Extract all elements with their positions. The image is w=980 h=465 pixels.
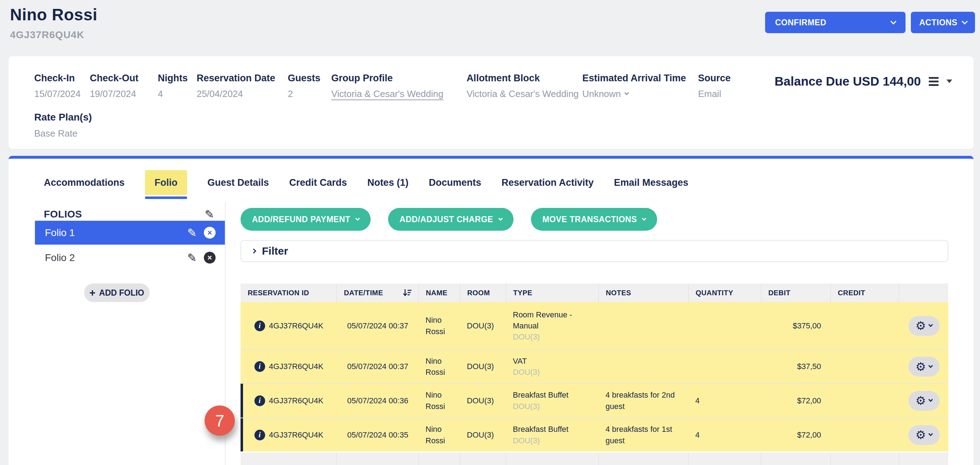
filter-expander[interactable]: Filter <box>240 240 948 262</box>
status-dropdown-button[interactable]: CONFIRMED <box>765 12 905 33</box>
field-label: Reservation Date <box>197 73 288 84</box>
cell-room: DOU(3) <box>460 418 506 451</box>
type-main: VAT <box>513 356 592 367</box>
delete-folio-icon[interactable]: × <box>204 227 216 238</box>
type-main: Breakfast Buffet <box>513 389 592 401</box>
field-label: Source <box>698 73 775 84</box>
tab-notes[interactable]: Notes (1) <box>368 177 409 188</box>
type-sub: DOU(3) <box>513 435 592 446</box>
cell-quantity: 4 <box>688 384 761 417</box>
edit-folios-icon[interactable]: ✎ <box>205 209 214 220</box>
field-label: Check-In <box>34 73 90 84</box>
field-label: Allotment Block <box>466 73 582 84</box>
notification-badge: 7 <box>205 406 235 436</box>
field-value: 15/07/2024 <box>34 88 90 99</box>
table-row[interactable]: i 4GJ37R6QU4K 05/07/2024 00:37 Nino Ross… <box>240 302 948 350</box>
field-check-in: Check-In 15/07/2024 <box>34 73 90 99</box>
group-profile-link[interactable]: Victoria & Cesar's Wedding <box>331 88 466 99</box>
field-value: Base Rate <box>34 128 92 139</box>
actions-dropdown-button[interactable]: ACTIONS <box>911 12 975 33</box>
balance-due-text: Balance Due USD 144,00 <box>775 74 921 88</box>
tab-accommodations[interactable]: Accommodations <box>44 177 125 188</box>
gear-icon: ⚙ <box>915 361 926 372</box>
estimated-arrival-dropdown[interactable]: Unknown <box>582 88 698 99</box>
balance-due-block: Balance Due USD 144,00 <box>775 74 952 88</box>
cell-datetime: 05/07/2024 00:37 <box>336 302 418 350</box>
folios-title: FOLIOS <box>44 209 82 220</box>
cell-notes: 4 breakfasts for 2nd guest <box>598 384 688 417</box>
field-source: Source Email <box>698 73 775 99</box>
info-icon[interactable]: i <box>255 430 265 440</box>
cell-name: Nino Rossi <box>418 302 460 350</box>
row-actions-button[interactable]: ⚙ <box>908 356 940 377</box>
page-title: Nino Rossi <box>10 5 97 24</box>
edit-folio-icon[interactable]: ✎ <box>187 227 197 238</box>
cell-quantity: 4 <box>688 418 761 451</box>
field-estimated-arrival-time: Estimated Arrival Time Unknown <box>582 73 698 99</box>
cell-reservation-id: 4GJ37R6QU4K <box>269 395 324 406</box>
field-allotment-block: Allotment Block Victoria & Cesar's Weddi… <box>466 73 582 99</box>
cell-notes <box>598 302 688 350</box>
actions-label: ACTIONS <box>920 18 958 27</box>
tab-folio[interactable]: Folio <box>145 170 187 195</box>
row-actions-button[interactable]: ⚙ <box>908 391 940 411</box>
sort-descending-icon[interactable] <box>402 288 413 298</box>
delete-folio-icon[interactable]: × <box>204 252 216 264</box>
table-row[interactable]: i 4GJ37R6QU4K 05/07/2024 00:35 Nino Ross… <box>240 417 948 451</box>
tab-documents[interactable]: Documents <box>429 177 481 188</box>
table-header-row: RESERVATION ID DATE/TIME NAME ROOM TYPE … <box>240 283 948 302</box>
add-adjust-charge-button[interactable]: ADD/ADJUST CHARGE <box>388 208 514 231</box>
status-label: CONFIRMED <box>775 18 826 27</box>
field-label: Estimated Arrival Time <box>582 73 698 84</box>
cell-name: Nino Rossi <box>418 384 460 417</box>
reservation-summary-card: Check-In 15/07/2024 Check-Out 19/07/2024… <box>8 56 974 149</box>
gear-icon: ⚙ <box>915 395 926 406</box>
type-main: Breakfast Buffet <box>513 423 592 435</box>
balance-menu-icon[interactable] <box>929 77 939 86</box>
chevron-down-icon <box>624 91 629 95</box>
table-row[interactable]: i 4GJ37R6QU4K 05/07/2024 00:37 Nino Ross… <box>240 350 948 383</box>
info-icon[interactable]: i <box>255 361 265 372</box>
field-value: 2 <box>288 88 331 99</box>
col-date-time[interactable]: DATE/TIME <box>336 283 418 302</box>
folio-name: Folio 2 <box>45 252 75 264</box>
chevron-down-icon <box>928 431 933 436</box>
gear-icon: ⚙ <box>915 320 926 332</box>
row-actions-button[interactable]: ⚙ <box>908 316 940 336</box>
chevron-down-icon <box>642 216 646 221</box>
edit-folio-icon[interactable]: ✎ <box>187 252 197 264</box>
col-credit: CREDIT <box>830 283 899 302</box>
transactions-toolbar: ADD/REFUND PAYMENT ADD/ADJUST CHARGE MOV… <box>240 208 948 231</box>
cell-datetime: 05/07/2024 00:36 <box>336 384 418 417</box>
cell-debit: $72,00 <box>761 384 830 417</box>
column-label: DATE/TIME <box>344 289 383 297</box>
info-icon[interactable]: i <box>255 395 265 406</box>
summary-fields-row: Check-In 15/07/2024 Check-Out 19/07/2024… <box>34 73 952 99</box>
chevron-down-icon <box>928 363 933 368</box>
add-refund-payment-button[interactable]: ADD/REFUND PAYMENT <box>240 208 371 231</box>
table-row[interactable]: i 4GJ37R6QU4K 05/07/2024 00:36 Nino Ross… <box>240 383 948 417</box>
tab-credit-cards[interactable]: Credit Cards <box>290 177 347 188</box>
add-folio-button[interactable]: + ADD FOLIO <box>84 283 150 302</box>
cell-type: Room Revenue - Manual DOU(3) <box>506 302 598 350</box>
folio-item-1[interactable]: Folio 1 ✎ × <box>35 221 225 244</box>
tab-folio-label: Folio <box>145 170 187 195</box>
page-header: Nino Rossi 4GJ37R6QU4K <box>10 5 97 41</box>
field-value: Email <box>698 88 775 99</box>
cell-credit <box>830 302 899 350</box>
move-transactions-button[interactable]: MOVE TRANSACTIONS <box>531 208 657 231</box>
field-value: Victoria & Cesar's Wedding <box>466 88 582 99</box>
field-nights: Nights 4 <box>158 73 197 99</box>
filter-label: Filter <box>262 245 288 257</box>
tab-guest-details[interactable]: Guest Details <box>207 177 269 188</box>
type-sub: DOU(3) <box>513 401 592 412</box>
col-debit: DEBIT <box>761 283 830 302</box>
row-actions-button[interactable]: ⚙ <box>908 425 940 445</box>
add-folio-label: ADD FOLIO <box>99 288 144 298</box>
tab-email-messages[interactable]: Email Messages <box>614 177 689 188</box>
chevron-down-icon <box>928 322 933 327</box>
folio-item-2[interactable]: Folio 2 ✎ × <box>35 246 225 270</box>
caret-down-icon[interactable] <box>947 80 952 83</box>
tab-reservation-activity[interactable]: Reservation Activity <box>501 177 594 188</box>
info-icon[interactable]: i <box>255 321 265 331</box>
